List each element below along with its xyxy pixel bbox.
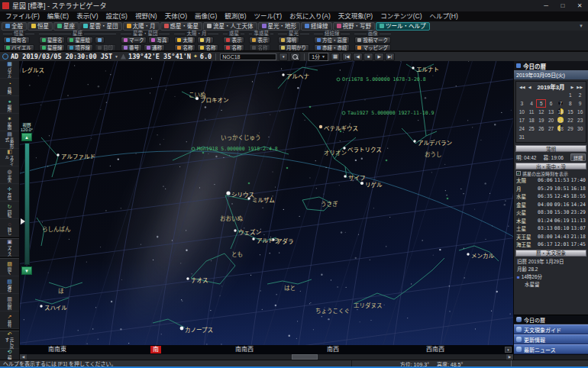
datetime-dropdown-icon[interactable]: ▼	[115, 54, 118, 59]
calendar-day[interactable]: 5	[536, 99, 546, 108]
checkbox[interactable]: ✓	[516, 171, 521, 176]
sidebar-item[interactable]: ▤表示形式	[0, 131, 19, 149]
sidebar-item[interactable]: ↻回転	[0, 202, 19, 219]
direction-scroll-icon[interactable]: ▼	[505, 347, 512, 353]
ribbon-button[interactable]: 名称	[223, 44, 244, 51]
sidebar-item[interactable]: ▦パネル	[0, 61, 19, 79]
menu-item[interactable]: 設定(S)	[102, 11, 131, 21]
calendar-day[interactable]: 1	[566, 91, 576, 99]
close-button[interactable]: ✕	[571, 0, 588, 11]
calendar-day[interactable]: 26	[536, 124, 546, 133]
menu-item[interactable]: ツール(T)	[250, 11, 286, 21]
ribbon-button[interactable]: 境界線	[66, 44, 93, 51]
calendar-day[interactable]: 3	[517, 99, 527, 108]
calendar-day[interactable]: 14	[556, 108, 566, 116]
calendar-day[interactable]: 2	[575, 91, 585, 99]
ribbon-button[interactable]	[95, 37, 105, 44]
scroll-right-button[interactable]: ▶	[506, 354, 513, 360]
sidebar-item[interactable]: ●場所	[0, 96, 19, 114]
calendar-first-button[interactable]: ◀◀	[518, 85, 527, 89]
search-dropdown-icon[interactable]: ▼	[279, 53, 288, 61]
sky-chart[interactable]: レグルスアルヘナエルナトこいぬプロキオンいっかくじゅうベテルギウスベラトリクスア…	[20, 61, 513, 345]
sidebar-item[interactable]: ↗共有	[0, 312, 19, 329]
ribbon-button[interactable]: 星座線	[39, 44, 66, 51]
horizontal-scrollbar[interactable]: ◀ ▶	[20, 354, 513, 360]
calendar-day[interactable]: 24	[517, 124, 527, 133]
sidebar-item[interactable]: ◧スタイル	[0, 149, 19, 166]
sidebar-item[interactable]: ◌残し	[0, 219, 19, 237]
time-step-select[interactable]: 1分 ▼	[309, 53, 328, 61]
stop-button[interactable]: ■	[363, 53, 373, 61]
menu-item[interactable]: 表示(V)	[73, 11, 102, 21]
calendar-day[interactable]: 23	[575, 116, 585, 124]
calendar-prev-button[interactable]: ◀	[527, 85, 533, 89]
sidebar-item[interactable]: ▨開く	[0, 259, 19, 276]
menu-item[interactable]: 編集(E)	[44, 11, 73, 21]
menu-item[interactable]: 天文現象(P)	[334, 11, 376, 21]
panel-nav-item[interactable]: 天文現象ガイド	[514, 324, 588, 334]
ribbon-button[interactable]: バイエル	[3, 44, 34, 51]
ribbon-button[interactable]: 月明かり	[278, 44, 309, 51]
sidebar-item[interactable]: ✶星図	[0, 114, 19, 131]
sidebar-item[interactable]: ▥印刷	[0, 294, 19, 312]
ribbon-tab[interactable]: 星雲・星団	[79, 22, 122, 31]
ribbon-button[interactable]: 投稿マーク	[354, 37, 391, 44]
search-button[interactable]	[290, 53, 300, 61]
ribbon-button[interactable]: 星座絵	[66, 37, 93, 44]
minimize-button[interactable]: ─	[538, 0, 554, 11]
scroll-left-button[interactable]: ◀	[20, 354, 27, 360]
location-coords[interactable]: 139°42'E 35°41'N	[128, 53, 191, 60]
menu-item[interactable]: 画像(G)	[191, 11, 221, 21]
ribbon-tab[interactable]: 星光・地形	[258, 22, 301, 31]
panel-nav-item[interactable]: 更新情報	[514, 334, 588, 344]
datetime-display[interactable]: AD 2019/03/05 20:30:00 JST	[11, 53, 112, 60]
ribbon-button[interactable]: 赤経・赤緯	[314, 44, 351, 51]
ribbon-button[interactable]: マーク	[121, 37, 147, 44]
ribbon-button[interactable]: 名称	[197, 44, 218, 51]
calendar-day[interactable]: 28	[556, 124, 566, 133]
detail-button[interactable]: 詳細	[570, 153, 586, 161]
zoom-slider-track[interactable]	[24, 143, 30, 265]
ribbon-button[interactable]: 方位・高度	[314, 37, 351, 44]
ribbon-tab[interactable]: 流星・人工天体	[203, 22, 257, 31]
play-back-button[interactable]: ◀	[353, 53, 363, 61]
ribbon-tab[interactable]: 視野・写野	[333, 22, 376, 31]
maximize-button[interactable]: □	[554, 0, 571, 11]
sidebar-item[interactable]: ▧保存	[0, 276, 19, 294]
calendar-day[interactable]: 22	[566, 116, 576, 124]
calendar-day[interactable]: 20	[546, 116, 556, 124]
calendar-day[interactable]: 7	[556, 99, 566, 108]
menu-item[interactable]: コンテンツ(C)	[376, 11, 425, 21]
calendar-day[interactable]: 13	[546, 108, 556, 116]
ribbon-tab[interactable]: 全般	[2, 22, 27, 31]
calendar-day[interactable]: 30	[575, 124, 585, 133]
calendar-day[interactable]: 12	[536, 108, 546, 116]
ribbon-tab[interactable]: 経緯線	[301, 22, 332, 31]
scrollbar-thumb[interactable]	[292, 354, 318, 360]
menu-item[interactable]: ヘルプ(H)	[425, 11, 461, 21]
menu-item[interactable]: お気に入り(A)	[286, 11, 334, 21]
magnitude-limit[interactable]: 6.0	[200, 53, 212, 60]
calendar-last-button[interactable]: ▶▶	[575, 85, 584, 89]
ribbon-button[interactable]: マッピング	[354, 44, 391, 51]
ribbon-button[interactable]: 名称	[249, 44, 270, 51]
ribbon-button[interactable]: 目印	[95, 44, 116, 51]
ribbon-button[interactable]: 月	[197, 37, 214, 44]
menu-item[interactable]: 観測(B)	[221, 11, 250, 21]
calendar-day[interactable]: 27	[546, 124, 556, 133]
object-search-input[interactable]	[220, 53, 276, 60]
ribbon-button[interactable]: 名称	[174, 44, 195, 51]
calendar-day[interactable]: 29	[566, 124, 576, 133]
calendar-next-button[interactable]: ▶	[569, 85, 575, 89]
ribbon-button[interactable]: 通称	[144, 44, 165, 51]
ribbon-button[interactable]: 表示	[223, 37, 244, 44]
ribbon-button[interactable]: 写真	[148, 37, 170, 44]
calendar-button[interactable]: ▦	[331, 53, 340, 61]
menu-item[interactable]: ファイル(F)	[2, 11, 44, 21]
calendar-day[interactable]: 31	[517, 133, 527, 141]
calendar-day[interactable]: 15	[566, 108, 576, 116]
ribbon-tab[interactable]: ツール・ヘルプ	[376, 22, 430, 31]
sidebar-item[interactable]: ✛方位	[0, 184, 19, 202]
sidebar-item[interactable]: ◔日時	[0, 79, 19, 96]
ribbon-tab[interactable]: 太陽・月	[123, 22, 160, 31]
